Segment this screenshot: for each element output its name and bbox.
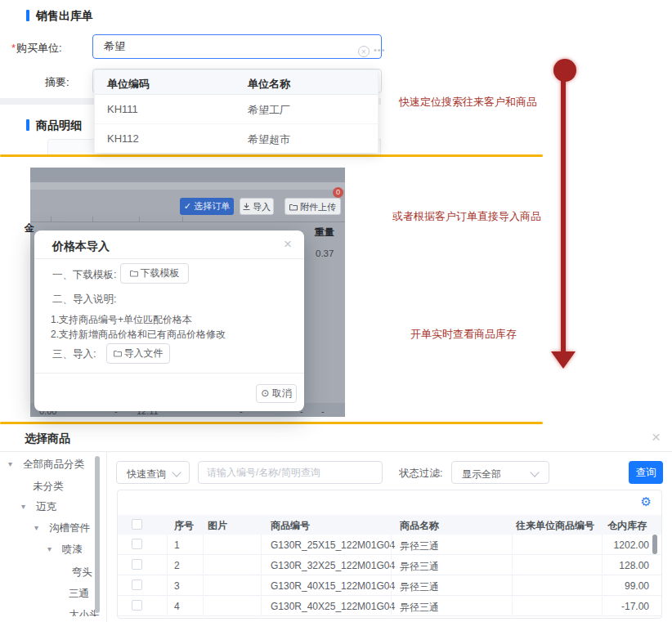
header-code: 商品编号 [271, 519, 310, 533]
tree-item-tee[interactable]: 三通 [69, 587, 89, 601]
weight-value: 0.37 [316, 248, 334, 258]
product-search-input[interactable] [198, 461, 383, 484]
row-checkbox[interactable] [132, 579, 142, 590]
row-checkbox[interactable] [132, 559, 142, 570]
attachment-badge: 0 [333, 187, 343, 198]
import-file-button[interactable]: 导入文件 [106, 343, 170, 364]
more-options-icon[interactable]: ••• [374, 45, 386, 55]
column-tick [92, 217, 93, 222]
table-row[interactable]: 3 G130R_40X15_122M01G04 异径三通 99.00 [118, 575, 661, 596]
annotation-realtime-stock: 开单实时查看商品库存 [410, 327, 517, 342]
dropdown-header: 单位编码 单位名称 [95, 70, 378, 95]
screenshot-table-line [30, 222, 345, 222]
caret-down-icon[interactable]: ▾ [34, 523, 38, 532]
cell-stock: -17.00 [567, 601, 649, 612]
caret-down-icon[interactable]: ▾ [8, 459, 12, 468]
tree-item-maike[interactable]: 迈克 [36, 500, 56, 514]
cell-code: G130R_25X15_122M01G04 [271, 539, 395, 551]
status-filter-select[interactable]: 显示全部 [451, 461, 549, 484]
modal-close-icon[interactable]: × [284, 236, 292, 253]
tree-item-grooved-fittings[interactable]: 沟槽管件 [49, 521, 90, 535]
column-tick [51, 217, 52, 222]
tree-item-uncategorized[interactable]: 未分类 [33, 480, 64, 494]
table-row[interactable]: 2 G130R_32X25_122M01G04 异径三通 128.00 [118, 555, 661, 575]
picker-title: 选择商品 [25, 432, 70, 446]
buyer-input[interactable] [92, 34, 382, 59]
table-row[interactable]: 1 G130R_25X15_122M01G04 异径三通 1202.00 [118, 535, 661, 555]
cancel-icon: ⊙ [261, 387, 271, 399]
cell-name: 异径三通 [400, 539, 439, 553]
caret-down-icon[interactable]: ▾ [47, 544, 52, 553]
table-scrollbar[interactable] [652, 535, 657, 554]
quick-query-select[interactable]: 快速查询 [116, 461, 190, 484]
sum-cell: - [321, 406, 325, 416]
download-template-button[interactable]: 下载模板 [120, 263, 189, 284]
arrow-shaft [561, 78, 566, 353]
cell-code: G130R_32X25_122M01G04 [271, 560, 395, 571]
modal-header-divider [34, 258, 304, 259]
buyer-suggestion-dropdown: 单位编码 单位名称 KH111 希望工厂 KH112 希望超市 [94, 69, 379, 152]
instruction-2: 2.支持新增商品价格和已有商品价格修改 [51, 328, 226, 342]
column-divider [203, 535, 204, 616]
row-checkbox[interactable] [132, 600, 142, 611]
row-checkbox[interactable] [132, 539, 142, 549]
cell-stock: 99.00 [567, 580, 649, 592]
cancel-button[interactable]: ⊙ 取消 [256, 384, 297, 403]
folder-icon [289, 204, 298, 211]
chevron-down-icon [530, 468, 539, 477]
cell-name: 异径三通 [400, 580, 439, 594]
dropdown-row[interactable]: KH112 希望超市 [95, 124, 378, 153]
header-image: 图片 [208, 519, 227, 533]
detail-title: 商品明细 [36, 119, 82, 132]
tree-scrollbar[interactable] [95, 456, 100, 613]
title-accent-bar [26, 119, 29, 131]
column-tick [182, 217, 183, 222]
required-asterisk: * [11, 42, 16, 54]
dropdown-code-header: 单位编码 [107, 77, 150, 92]
screenshot-toolbar-band [30, 168, 345, 182]
partial-column-text: 金 [25, 222, 34, 235]
dropdown-row[interactable]: KH111 希望工厂 [95, 95, 378, 124]
product-table: ⚙ 序号 图片 商品编号 商品名称 往来单位商品编号 仓内库存 1 G130R_… [117, 490, 662, 619]
tree-item-elbow[interactable]: 弯头 [72, 566, 92, 579]
table-row[interactable]: 4 G130R_40X25_122M01G04 异径三通 -17.00 [118, 596, 661, 616]
column-divider [391, 535, 392, 616]
price-book-import-modal: 价格本导入 × 一、下载模板: 下载模板 二、导入说明: 1.支持商品编号+单位… [34, 230, 304, 411]
clear-input-icon[interactable]: × [358, 46, 370, 57]
header-name: 商品名称 [400, 519, 439, 533]
modal-footer: ⊙ 取消 [34, 373, 304, 411]
modal-title: 价格本导入 [52, 239, 110, 254]
tree-content-divider [106, 452, 107, 622]
gear-icon[interactable]: ⚙ [641, 494, 652, 509]
header-partner-code: 往来单位商品编号 [516, 519, 594, 533]
folder-icon [114, 350, 122, 357]
step1-label: 一、下载模板: [52, 268, 116, 282]
select-order-button[interactable]: ✓ 选择订单 [180, 198, 234, 215]
step3-label: 三、导入: [52, 347, 96, 361]
select-all-checkbox[interactable] [132, 519, 142, 530]
import-button[interactable]: 导入 [240, 198, 274, 215]
detail-title-row: 商品明细 [26, 118, 82, 133]
column-divider [602, 535, 603, 616]
column-divider [167, 535, 168, 616]
caret-down-icon[interactable]: ▾ [21, 502, 25, 511]
annotation-search-customers: 快速定位搜索往来客户和商品 [399, 95, 537, 110]
table-header-row: 序号 图片 商品编号 商品名称 往来单位商品编号 仓内库存 [118, 515, 661, 535]
query-button[interactable]: 查询 [629, 461, 663, 484]
weight-column-header: 重量 [315, 226, 334, 239]
cell-code: G130R_40X25_122M01G04 [271, 601, 395, 612]
tree-item-all-categories[interactable]: 全部商品分类 [23, 458, 84, 472]
cell-stock: 128.00 [567, 560, 649, 571]
sales-order-title-row: 销售出库单 [26, 8, 93, 24]
cell-seq: 3 [174, 580, 180, 592]
unit-code: KH112 [107, 132, 139, 145]
header-stock: 仓内库存 [607, 519, 647, 533]
download-icon [243, 203, 250, 211]
instruction-1: 1.支持商品编号+单位匹配价格本 [51, 313, 192, 327]
tree-item-painted[interactable]: 喷漆 [62, 543, 83, 557]
picker-close-icon[interactable]: × [652, 428, 661, 446]
title-accent-bar [26, 10, 29, 21]
unit-name: 希望超市 [248, 132, 290, 147]
yellow-divider-1 [0, 154, 543, 157]
attachment-upload-button[interactable]: 附件上传 [284, 198, 341, 215]
